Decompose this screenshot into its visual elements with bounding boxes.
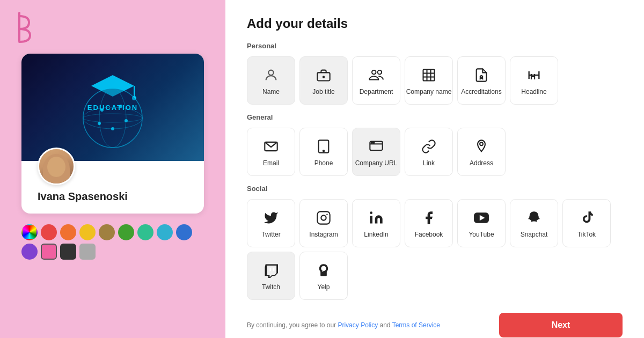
color-swatch-pink-active[interactable]	[41, 244, 57, 260]
section-label-social: Social	[247, 185, 623, 193]
page-title: Add your details	[247, 16, 623, 31]
detail-label-name: Name	[262, 88, 280, 95]
avatar	[38, 148, 75, 185]
color-swatch-tan[interactable]	[99, 224, 115, 240]
svg-point-13	[268, 70, 273, 75]
terms-of-service-link[interactable]: Terms of Service	[392, 321, 440, 329]
detail-item-link[interactable]: Link	[405, 128, 453, 176]
card-name: Ivana Spasenoski	[38, 190, 128, 203]
svg-point-32	[371, 142, 372, 143]
detail-label-snapchat: Snapchat	[521, 231, 548, 238]
color-swatch-red[interactable]	[41, 224, 57, 240]
color-swatch-orange[interactable]	[60, 224, 76, 240]
detail-label-facebook: Facebook	[415, 231, 443, 238]
person-icon	[264, 65, 279, 85]
color-swatch-lightblue[interactable]	[157, 224, 173, 240]
svg-point-34	[480, 142, 483, 145]
detail-label-instagram: Instagram	[309, 231, 338, 238]
personal-items-grid: Name Job title	[247, 56, 623, 105]
detail-item-snapchat[interactable]: Snapchat	[510, 199, 558, 247]
detail-label-address: Address	[470, 159, 493, 167]
briefcase-icon	[316, 65, 331, 85]
svg-rect-41	[273, 268, 275, 271]
card-body: Ivana Spasenoski	[21, 161, 204, 214]
detail-label-email: Email	[263, 159, 279, 167]
svg-point-16	[372, 70, 376, 75]
section-social: Social Twitter Instagram	[247, 185, 623, 300]
detail-label-youtube: YouTube	[469, 231, 494, 238]
link-icon	[421, 137, 436, 156]
color-swatch-blue[interactable]	[176, 224, 192, 240]
detail-label-link: Link	[423, 159, 435, 167]
detail-item-job-title[interactable]: Job title	[299, 56, 348, 105]
facebook-icon	[421, 208, 436, 227]
detail-label-accreditations: Accreditations	[461, 88, 501, 95]
detail-item-tiktok[interactable]: TikTok	[562, 199, 611, 247]
section-general: General Email Phone	[247, 113, 623, 176]
svg-point-10	[125, 119, 128, 122]
svg-text:H: H	[530, 72, 536, 81]
color-swatch-purple[interactable]	[21, 244, 38, 260]
footer-text-before: By continuing, you agree to our	[247, 321, 338, 329]
svg-point-38	[370, 211, 372, 214]
left-panel: EDUCATION Ivana Spasenoski	[0, 0, 225, 338]
detail-item-twitch[interactable]: Twitch	[247, 252, 295, 300]
detail-item-company-url[interactable]: Company URL	[352, 128, 400, 176]
detail-label-headline: Headline	[521, 88, 546, 95]
detail-item-name[interactable]: Name	[247, 56, 295, 105]
next-button[interactable]: Next	[499, 313, 623, 337]
detail-item-address[interactable]: Address	[457, 128, 506, 176]
color-palette	[21, 224, 204, 260]
card-image: EDUCATION	[21, 54, 204, 161]
detail-label-company-url: Company URL	[355, 159, 398, 167]
color-swatch-black[interactable]	[60, 244, 76, 260]
detail-label-twitch: Twitch	[262, 283, 280, 291]
right-panel: Add your details Personal Name	[225, 0, 644, 338]
youtube-icon	[473, 208, 489, 227]
svg-rect-18	[423, 70, 435, 81]
snapchat-icon	[526, 208, 541, 227]
detail-item-instagram[interactable]: Instagram	[299, 199, 348, 247]
detail-item-accreditations[interactable]: Accreditations	[457, 56, 506, 105]
detail-item-linkedin[interactable]: LinkedIn	[352, 199, 400, 247]
svg-point-17	[378, 70, 382, 75]
svg-point-33	[373, 142, 374, 143]
color-swatch-gray[interactable]	[79, 244, 96, 260]
detail-label-linkedin: LinkedIn	[364, 231, 388, 238]
detail-label-phone: Phone	[314, 159, 333, 167]
color-swatch-multicolor[interactable]	[21, 224, 38, 240]
linkedin-icon	[369, 208, 384, 227]
location-icon	[475, 137, 488, 156]
svg-point-36	[321, 215, 326, 220]
svg-text:y: y	[322, 268, 324, 272]
color-swatch-teal[interactable]	[137, 224, 153, 240]
svg-point-11	[98, 122, 101, 125]
detail-item-company-name[interactable]: Company name	[405, 56, 453, 105]
phone-icon	[317, 137, 330, 156]
heading-icon: H	[526, 65, 541, 85]
footer-text-middle: and	[379, 321, 392, 329]
detail-item-youtube[interactable]: YouTube	[457, 199, 506, 247]
detail-item-email[interactable]: Email	[247, 128, 295, 176]
tiktok-icon	[580, 208, 594, 227]
section-label-personal: Personal	[247, 42, 623, 50]
color-swatch-green[interactable]	[118, 224, 134, 240]
detail-item-headline[interactable]: H Headline	[510, 56, 558, 105]
detail-label-tiktok: TikTok	[577, 231, 596, 238]
detail-item-department[interactable]: Department	[352, 56, 400, 105]
privacy-policy-link[interactable]: Privacy Policy	[338, 321, 378, 329]
detail-item-yelp[interactable]: y Yelp	[299, 252, 348, 300]
detail-item-facebook[interactable]: Facebook	[405, 199, 453, 247]
detail-item-twitter[interactable]: Twitter	[247, 199, 295, 247]
twitch-icon	[264, 261, 278, 280]
detail-label-yelp: Yelp	[318, 283, 330, 291]
detail-item-phone[interactable]: Phone	[299, 128, 348, 176]
footer-legal-text: By continuing, you agree to our Privacy …	[247, 321, 440, 329]
people-icon	[368, 65, 384, 85]
instagram-icon	[316, 208, 331, 227]
svg-point-12	[111, 127, 114, 130]
email-icon	[264, 137, 279, 156]
document-icon	[474, 65, 489, 85]
color-swatch-yellow[interactable]	[79, 224, 96, 240]
svg-point-15	[323, 76, 324, 77]
